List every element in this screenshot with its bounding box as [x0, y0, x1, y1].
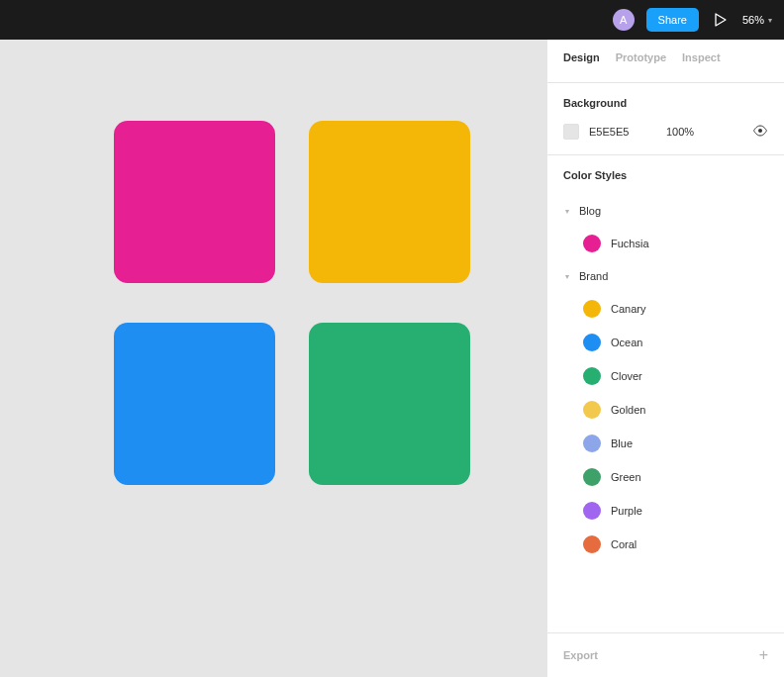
color-group[interactable]: ▾Brand	[563, 260, 768, 292]
color-styles-title: Color Styles	[563, 169, 768, 181]
color-group[interactable]: ▾Blog	[563, 195, 768, 227]
export-title: Export	[563, 649, 598, 661]
color-style-name: Golden	[611, 404, 645, 416]
color-style[interactable]: Purple	[563, 494, 768, 528]
color-styles-list: ▾BlogFuchsia▾BrandCanaryOceanCloverGolde…	[563, 195, 768, 561]
background-opacity[interactable]: 100%	[666, 126, 706, 138]
visibility-toggle-icon[interactable]	[752, 123, 768, 141]
color-style-name: Blue	[611, 437, 633, 449]
color-swatch-icon	[583, 300, 601, 318]
panel-tab[interactable]: Inspect	[682, 51, 721, 73]
color-style[interactable]: Blue	[563, 427, 768, 460]
color-style[interactable]: Fuchsia	[563, 227, 768, 260]
avatar[interactable]: A	[613, 9, 635, 31]
color-style[interactable]: Canary	[563, 292, 768, 326]
canvas-shape[interactable]	[114, 323, 275, 485]
color-swatch-icon	[583, 367, 601, 385]
main: DesignPrototypeInspect Background E5E5E5…	[0, 40, 784, 677]
canvas-shape[interactable]	[309, 121, 470, 283]
add-export-icon[interactable]: +	[759, 647, 768, 663]
caret-down-icon: ▾	[563, 272, 571, 281]
color-swatch-icon	[583, 235, 601, 252]
color-style-name: Fuchsia	[611, 238, 649, 249]
color-style-name: Ocean	[611, 337, 642, 348]
share-button[interactable]: Share	[646, 8, 699, 32]
canvas-shape[interactable]	[114, 121, 275, 283]
canvas-shape[interactable]	[309, 323, 470, 485]
color-style[interactable]: Ocean	[563, 326, 768, 359]
panel-tabs: DesignPrototypeInspect	[547, 40, 784, 83]
background-swatch[interactable]	[563, 124, 579, 140]
color-style-name: Coral	[611, 538, 637, 550]
export-section: Export +	[547, 633, 784, 677]
color-swatch-icon	[583, 334, 601, 351]
background-row[interactable]: E5E5E5 100%	[563, 123, 768, 141]
background-hex[interactable]: E5E5E5	[589, 126, 648, 138]
panel-tab[interactable]: Design	[563, 51, 600, 73]
svg-point-0	[758, 129, 762, 133]
color-swatch-icon	[583, 502, 601, 520]
background-title: Background	[563, 97, 768, 109]
inspector-panel: DesignPrototypeInspect Background E5E5E5…	[546, 40, 784, 677]
color-swatch-icon	[583, 468, 601, 486]
color-group-name: Blog	[579, 205, 601, 217]
color-swatch-icon	[583, 535, 601, 553]
present-icon[interactable]	[711, 9, 731, 31]
background-section: Background E5E5E5 100%	[547, 83, 784, 155]
color-group-name: Brand	[579, 270, 608, 282]
color-style-name: Canary	[611, 303, 645, 315]
topbar: A Share 56% ▾	[0, 0, 784, 40]
caret-down-icon: ▾	[563, 207, 571, 216]
color-styles-section: Color Styles ▾BlogFuchsia▾BrandCanaryOce…	[547, 155, 784, 633]
color-style[interactable]: Green	[563, 460, 768, 494]
chevron-down-icon: ▾	[768, 16, 772, 25]
color-style-name: Purple	[611, 505, 642, 517]
zoom-dropdown[interactable]: 56% ▾	[742, 14, 772, 26]
canvas[interactable]	[0, 40, 546, 677]
color-style[interactable]: Coral	[563, 528, 768, 561]
color-style-name: Clover	[611, 370, 642, 382]
panel-tab[interactable]: Prototype	[616, 51, 666, 73]
avatar-letter: A	[620, 14, 627, 26]
color-style[interactable]: Clover	[563, 359, 768, 393]
color-style[interactable]: Golden	[563, 393, 768, 427]
zoom-value: 56%	[742, 14, 764, 26]
color-swatch-icon	[583, 401, 601, 419]
color-swatch-icon	[583, 435, 601, 452]
color-style-name: Green	[611, 471, 641, 483]
